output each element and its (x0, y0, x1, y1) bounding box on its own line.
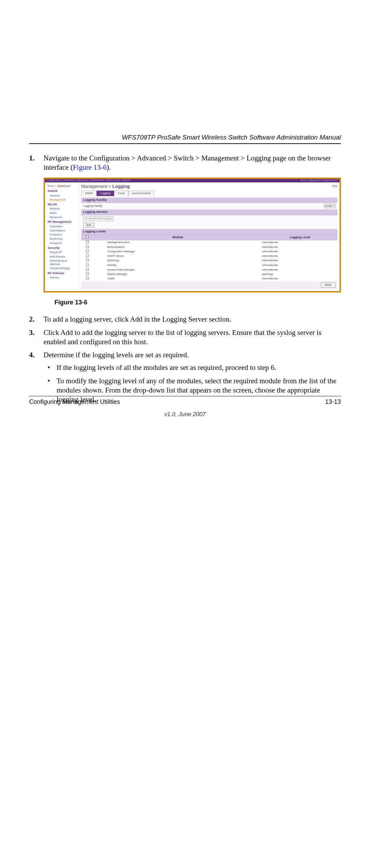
footer-rule (29, 396, 341, 396)
row-checkbox[interactable] (86, 259, 89, 262)
sidebar-item-rogue-ap[interactable]: Rogue AP (50, 251, 77, 254)
tab-bar: SNMP Logging Clock Access Control (81, 191, 337, 196)
sidebar-tab-advanced[interactable]: Advanced (57, 184, 70, 188)
row-checkbox[interactable] (86, 268, 89, 271)
figure-caption: Figure 13-6 (54, 299, 341, 306)
levels-table-header: Module Logging Level (81, 235, 337, 241)
table-row: Management AAAinformational (81, 240, 337, 245)
sidebar-section-switch: Switch (48, 189, 77, 193)
step-2: To add a logging server, click Add in th… (29, 315, 341, 324)
apply-row: Apply (81, 281, 337, 289)
main-panel: Help Management > Logging SNMP Logging C… (79, 182, 340, 291)
step-3: Click Add to add the logging server to t… (29, 328, 341, 347)
sidebar-item-firewall[interactable]: Firewall Settings (50, 267, 77, 270)
sidebar: Basic|Advanced Switch General Management… (45, 182, 79, 291)
figure-reference-link[interactable]: Figure 13-6 (73, 163, 107, 171)
row-checkbox[interactable] (86, 245, 89, 248)
tab-logging[interactable]: Logging (97, 191, 114, 196)
sidebar-item-management[interactable]: Management (50, 198, 77, 202)
row-checkbox[interactable] (86, 273, 89, 275)
row-checkbox[interactable] (86, 241, 89, 243)
help-link[interactable]: Help (332, 184, 337, 188)
row-level: informational (262, 259, 337, 263)
row-level: informational (262, 245, 337, 249)
table-row: Access Point Managerinformational (81, 268, 337, 272)
step-1: Navigate to the Configuration > Advanced… (29, 154, 341, 306)
sidebar-item-auth-methods[interactable]: Authentication Methods (50, 259, 77, 266)
bullet-1: If the logging levels of all the modules… (44, 363, 341, 372)
logging-facility-select[interactable]: local1 (324, 204, 335, 208)
sidebar-item-rf-advanced[interactable]: Advanced (50, 242, 77, 245)
row-module: DHCP Server (94, 254, 262, 258)
footer-left: Configuring Management Utilities (29, 398, 120, 406)
doc-header-title: WFS709TP ProSafe Smart Wireless Switch S… (29, 134, 341, 141)
sidebar-item-optimization[interactable]: Optimization (50, 229, 77, 232)
table-row: Configuration Managerinformational (81, 250, 337, 254)
tab-snmp[interactable]: SNMP (81, 191, 97, 196)
table-row: Switchinginformational (81, 258, 337, 263)
table-row: Station Managerwarnings (81, 272, 337, 277)
row-module: Switching (94, 259, 262, 263)
row-module: Mobility (94, 264, 262, 267)
tab-clock[interactable]: Clock (114, 191, 128, 196)
row-level: informational (262, 241, 337, 244)
topbar-left: Configuration | Monitoring | Diagnostics… (47, 179, 131, 182)
step-4-text: Determine if the logging levels are set … (44, 351, 189, 359)
apply-button[interactable]: Apply (321, 282, 335, 287)
header-rule (29, 143, 341, 144)
logging-facility-label: Logging Facility (83, 204, 111, 208)
sidebar-item-protection[interactable]: Protection (50, 233, 77, 237)
row-checkbox[interactable] (86, 264, 89, 266)
row-checkbox[interactable] (86, 250, 89, 253)
table-row: Mobilityinformational (81, 263, 337, 268)
sidebar-item-policies[interactable]: Policies (50, 276, 77, 279)
row-level: informational (262, 268, 337, 272)
figure-13-6: Configuration | Monitoring | Diagnostics… (44, 178, 341, 292)
row-module: Access Point Manager (94, 268, 262, 272)
screenshot: Configuration | Monitoring | Diagnostics… (44, 178, 341, 292)
sidebar-item-wlan-advanced[interactable]: Advanced (50, 216, 77, 219)
logging-servers-row: IP Server Address(es) Add (81, 215, 337, 229)
step-1-text-b: ). (107, 163, 111, 171)
table-row: Trafficinformational (81, 277, 337, 281)
table-row: Authenticationinformational (81, 245, 337, 250)
sidebar-item-network[interactable]: Network (50, 207, 77, 210)
sidebar-section-wlan: WLAN (48, 203, 77, 207)
row-module: Traffic (94, 277, 262, 281)
sidebar-section-security: Security (48, 246, 77, 250)
breadcrumb: Management > Logging (81, 184, 337, 190)
footer: Configuring Management Utilities 13-13 v… (29, 396, 341, 418)
row-checkbox[interactable] (86, 277, 89, 280)
sidebar-item-general[interactable]: General (50, 194, 77, 197)
breadcrumb-b: Logging (112, 184, 130, 189)
sidebar-item-radio[interactable]: Radio (50, 212, 77, 215)
logging-facility-row: Logging Facility local1 (81, 203, 337, 209)
screenshot-topbar: Configuration | Monitoring | Diagnostics… (45, 179, 340, 182)
breadcrumb-a: Management > (81, 184, 112, 189)
logging-facility-header: Logging Facility (81, 197, 337, 203)
logging-levels-header: Logging Levels (81, 229, 337, 235)
select-all-checkbox[interactable] (86, 236, 89, 238)
add-button[interactable]: Add (83, 223, 94, 228)
row-module: Configuration Manager (94, 250, 262, 254)
levels-table-body: Management AAAinformationalAuthenticatio… (81, 240, 337, 281)
row-module: Station Manager (94, 273, 262, 276)
col-level: Logging Level (262, 235, 337, 240)
sidebar-tab-basic[interactable]: Basic (48, 184, 54, 188)
sidebar-item-calibration[interactable]: Calibration (50, 225, 77, 228)
step-list: Navigate to the Configuration > Advanced… (29, 154, 341, 404)
sidebar-item-aaa-servers[interactable]: AAA Servers (50, 255, 77, 258)
sidebar-section-rf-policies: RF Policies (48, 272, 77, 276)
ip-address-field[interactable]: IP Server Address(es) (83, 216, 113, 221)
sidebar-section-rf: RF Management (48, 220, 77, 224)
logging-servers-header: Logging Servers (81, 209, 337, 215)
footer-version: v1.0, June 2007 (29, 411, 341, 418)
row-level: warnings (262, 273, 337, 276)
footer-right: 13-13 (325, 398, 341, 406)
tab-access-control[interactable]: Access Control (128, 191, 155, 196)
row-module: Authentication (94, 245, 262, 249)
sidebar-item-monitoring[interactable]: Monitoring (50, 237, 77, 241)
row-checkbox[interactable] (86, 254, 89, 257)
row-level: informational (262, 264, 337, 267)
row-module: Management AAA (94, 241, 262, 244)
